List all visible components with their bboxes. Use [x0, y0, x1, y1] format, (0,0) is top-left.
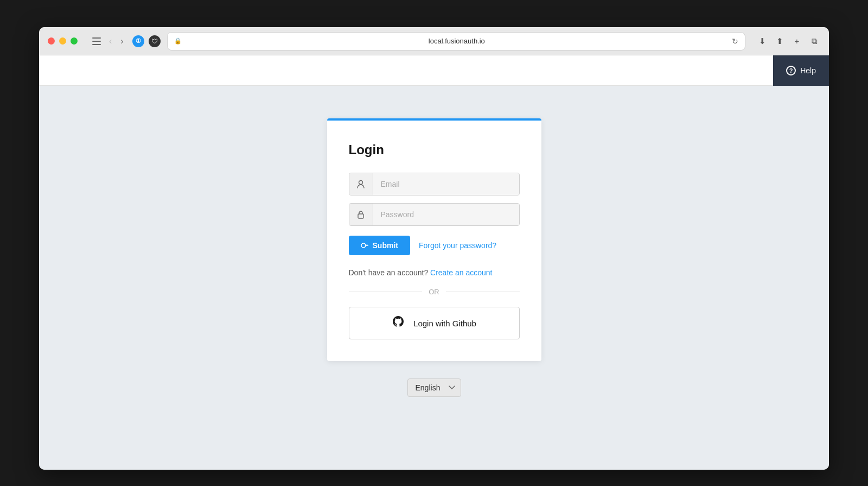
or-line-right — [446, 292, 520, 292]
svg-rect-0 — [92, 37, 101, 39]
or-label: OR — [429, 288, 439, 296]
github-login-button[interactable]: Login with Github — [349, 307, 520, 339]
address-bar[interactable]: 🔒 local.fusionauth.io ↻ — [167, 32, 745, 51]
browser-window: ‹ › ① 🛡 🔒 local.fusionauth.io ↻ ⬇ ⬆ + ⧉ … — [39, 27, 829, 470]
page-content: Login — [39, 86, 829, 470]
no-account-text: Don't have an account? — [349, 268, 429, 277]
url-text: local.fusionauth.io — [186, 37, 727, 45]
password-field[interactable] — [373, 204, 519, 225]
key-icon — [361, 242, 368, 249]
or-line-left — [349, 292, 423, 292]
svg-rect-1 — [92, 41, 101, 42]
or-divider: OR — [349, 288, 520, 296]
close-button[interactable] — [48, 37, 55, 45]
svg-point-3 — [359, 181, 363, 185]
browser-actions: ⬇ ⬆ + ⧉ — [756, 35, 820, 47]
form-actions: Submit Forgot your password? — [349, 236, 520, 255]
help-button[interactable]: ? Help — [773, 55, 829, 86]
maximize-button[interactable] — [71, 37, 78, 45]
app-topbar: ? Help — [39, 55, 829, 86]
password-input-group — [349, 203, 520, 226]
create-account-link[interactable]: Create an account — [430, 268, 492, 277]
back-button[interactable]: ‹ — [107, 34, 114, 48]
extension-icon-1password[interactable]: ① — [132, 35, 144, 47]
submit-label: Submit — [373, 241, 398, 250]
lock-icon: 🔒 — [174, 37, 182, 45]
share-icon[interactable]: ⬆ — [774, 35, 786, 47]
language-selector-wrap: English French German Spanish — [407, 378, 461, 397]
download-icon[interactable]: ⬇ — [756, 35, 768, 47]
submit-button[interactable]: Submit — [349, 236, 410, 255]
sidebar-toggle-icon[interactable] — [91, 35, 103, 47]
language-selector[interactable]: English French German Spanish — [407, 378, 461, 397]
traffic-lights — [48, 37, 78, 45]
login-title: Login — [349, 142, 520, 157]
extension-icons: ① 🛡 — [132, 35, 161, 47]
browser-controls: ‹ › — [91, 34, 126, 48]
user-icon — [349, 173, 373, 195]
login-card: Login — [327, 118, 541, 361]
register-text: Don't have an account? Create an account — [349, 268, 520, 277]
svg-rect-4 — [358, 214, 363, 218]
forgot-password-link[interactable]: Forgot your password? — [419, 241, 496, 250]
extension-icon-shield[interactable]: 🛡 — [149, 35, 161, 47]
help-label: Help — [800, 66, 816, 75]
svg-rect-2 — [92, 44, 101, 45]
email-input-group — [349, 173, 520, 195]
email-field[interactable] — [373, 173, 519, 195]
github-label: Login with Github — [413, 319, 476, 328]
refresh-icon[interactable]: ↻ — [732, 37, 738, 46]
new-tab-icon[interactable]: + — [791, 35, 803, 47]
github-icon — [392, 315, 405, 331]
minimize-button[interactable] — [59, 37, 66, 45]
help-circle-icon: ? — [786, 66, 796, 75]
tabs-icon[interactable]: ⧉ — [808, 35, 820, 47]
lock-field-icon — [349, 204, 373, 225]
forward-button[interactable]: › — [118, 34, 125, 48]
browser-titlebar: ‹ › ① 🛡 🔒 local.fusionauth.io ↻ ⬇ ⬆ + ⧉ — [39, 27, 829, 55]
browser-body: ? Help Login — [39, 55, 829, 470]
